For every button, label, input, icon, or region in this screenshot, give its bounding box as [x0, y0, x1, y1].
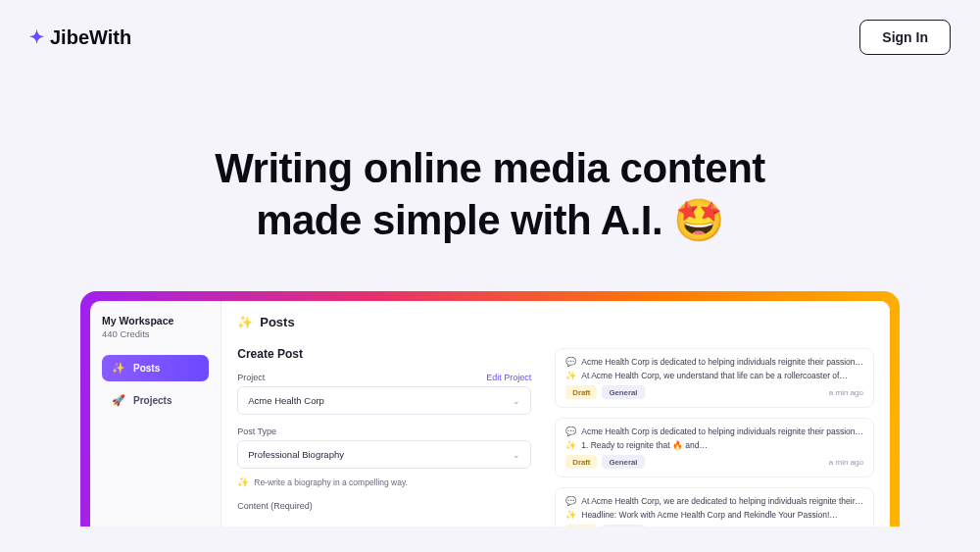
create-post-heading: Create Post — [237, 347, 531, 361]
post-footer: Draft General 3 mins ago — [565, 525, 863, 527]
workspace-name: My Workspace — [102, 315, 209, 326]
chevron-down-icon: ⌄ — [513, 450, 520, 460]
rocket-icon: 🚀 — [112, 394, 125, 407]
tag-general: General — [602, 455, 644, 469]
tag-general: General — [602, 385, 644, 399]
post-tags: Draft General — [565, 455, 644, 469]
content-label: Content (Required) — [237, 501, 531, 511]
post-type-label: Post Type — [237, 427, 276, 436]
tag-draft: Draft — [565, 525, 597, 527]
sidebar-item-label: Projects — [133, 395, 172, 406]
project-select-value: Acme Health Corp — [248, 395, 324, 406]
post-type-field-row: Post Type — [237, 427, 531, 436]
sparkle-icon: ✨ — [565, 371, 576, 380]
brand-logo[interactable]: ✦ JibeWith — [29, 26, 131, 49]
page-title: ✨ Posts — [237, 315, 531, 329]
post-type-select-value: Professional Biography — [248, 449, 344, 460]
sparkle-icon: ✨ — [237, 477, 249, 487]
message-icon: 💬 — [565, 427, 576, 436]
post-line-2: ✨ At Acme Health Corp, we understand tha… — [565, 371, 863, 380]
post-type-hint: ✨ Re-write a biography in a compelling w… — [237, 477, 531, 487]
post-text: Acme Health Corp is dedicated to helping… — [581, 427, 863, 436]
tag-draft: Draft — [565, 455, 597, 469]
posts-list: 💬 Acme Health Corp is dedicated to helpi… — [555, 315, 874, 513]
page-title-text: Posts — [260, 315, 294, 329]
app-preview-shell: My Workspace 440 Credits ✨ Posts 🚀 Proje… — [80, 291, 900, 527]
post-footer: Draft General a min ago — [565, 455, 863, 469]
project-label: Project — [237, 373, 265, 382]
post-tags: Draft General — [565, 525, 644, 527]
project-field-row: Project Edit Project — [237, 373, 531, 382]
post-text: Headline: Work with Acme Health Corp and… — [581, 510, 838, 520]
hero-title-line1: Writing online media content — [215, 145, 765, 191]
post-card[interactable]: 💬 Acme Health Corp is dedicated to helpi… — [555, 418, 874, 477]
sparkle-icon: ✦ — [29, 26, 44, 48]
post-type-select[interactable]: Professional Biography ⌄ — [237, 440, 531, 469]
post-line-1: 💬 Acme Health Corp is dedicated to helpi… — [565, 357, 863, 367]
main-content: ✨ Posts Create Post Project Edit Project… — [220, 301, 890, 527]
hint-text: Re-write a biography in a compelling way… — [254, 477, 408, 487]
post-timestamp: a min ago — [829, 458, 863, 467]
sidebar-item-posts[interactable]: ✨ Posts — [102, 355, 209, 381]
sidebar: My Workspace 440 Credits ✨ Posts 🚀 Proje… — [90, 301, 220, 527]
post-card[interactable]: 💬 At Acme Health Corp, we are dedicated … — [555, 487, 874, 527]
sparkle-icon: ✨ — [565, 440, 576, 450]
sign-in-button[interactable]: Sign In — [859, 20, 951, 55]
workspace-credits: 440 Credits — [102, 328, 209, 339]
post-tags: Draft General — [565, 385, 644, 399]
post-line-1: 💬 At Acme Health Corp, we are dedicated … — [565, 496, 863, 506]
post-text: At Acme Health Corp, we understand that … — [581, 371, 848, 380]
create-post-panel: ✨ Posts Create Post Project Edit Project… — [237, 315, 531, 513]
post-text: 1. Ready to reignite that 🔥 and… — [581, 440, 708, 450]
hero-section: Writing online media content made simple… — [0, 55, 980, 291]
sidebar-item-label: Posts — [133, 363, 160, 374]
tag-general: General — [602, 525, 644, 527]
post-footer: Draft General a min ago — [565, 385, 863, 399]
chevron-down-icon: ⌄ — [513, 396, 520, 406]
post-text: Acme Health Corp is dedicated to helping… — [581, 357, 863, 367]
post-card[interactable]: 💬 Acme Health Corp is dedicated to helpi… — [555, 348, 874, 408]
app-preview: My Workspace 440 Credits ✨ Posts 🚀 Proje… — [90, 301, 890, 527]
message-icon: 💬 — [565, 496, 576, 506]
tag-draft: Draft — [565, 385, 597, 399]
post-line-1: 💬 Acme Health Corp is dedicated to helpi… — [565, 427, 863, 436]
hero-title: Writing online media content made simple… — [20, 143, 960, 246]
sidebar-item-projects[interactable]: 🚀 Projects — [102, 387, 209, 414]
post-line-2: ✨ 1. Ready to reignite that 🔥 and… — [565, 440, 863, 450]
sparkle-icon: ✨ — [237, 315, 253, 329]
message-icon: 💬 — [565, 357, 576, 367]
post-text: At Acme Health Corp, we are dedicated to… — [581, 496, 863, 506]
sparkle-icon: ✨ — [112, 362, 125, 375]
sidebar-nav: ✨ Posts 🚀 Projects — [102, 355, 209, 414]
top-nav: ✦ JibeWith Sign In — [0, 0, 980, 55]
project-select[interactable]: Acme Health Corp ⌄ — [237, 386, 531, 415]
brand-name: JibeWith — [50, 26, 131, 49]
sparkle-icon: ✨ — [565, 510, 576, 520]
hero-title-line2: made simple with A.I. 🤩 — [256, 197, 724, 243]
edit-project-link[interactable]: Edit Project — [486, 373, 531, 382]
post-timestamp: a min ago — [829, 388, 863, 397]
post-line-2: ✨ Headline: Work with Acme Health Corp a… — [565, 510, 863, 520]
